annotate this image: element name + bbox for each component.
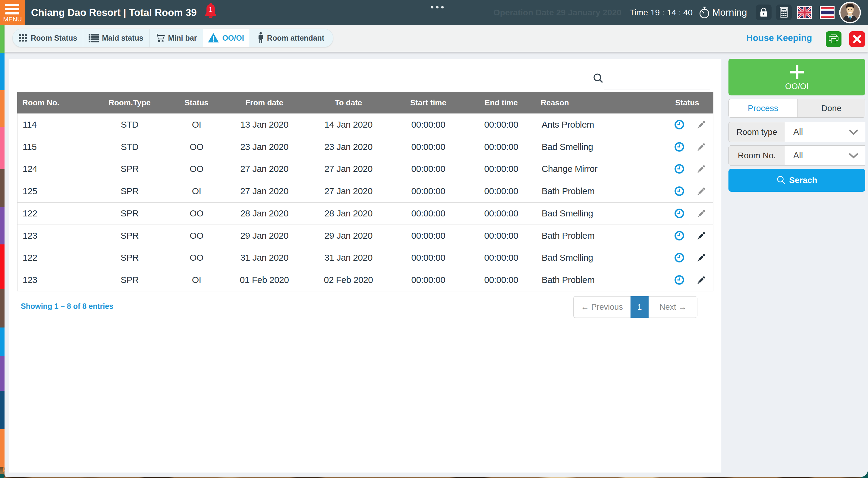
svg-text:1: 1	[209, 6, 213, 13]
